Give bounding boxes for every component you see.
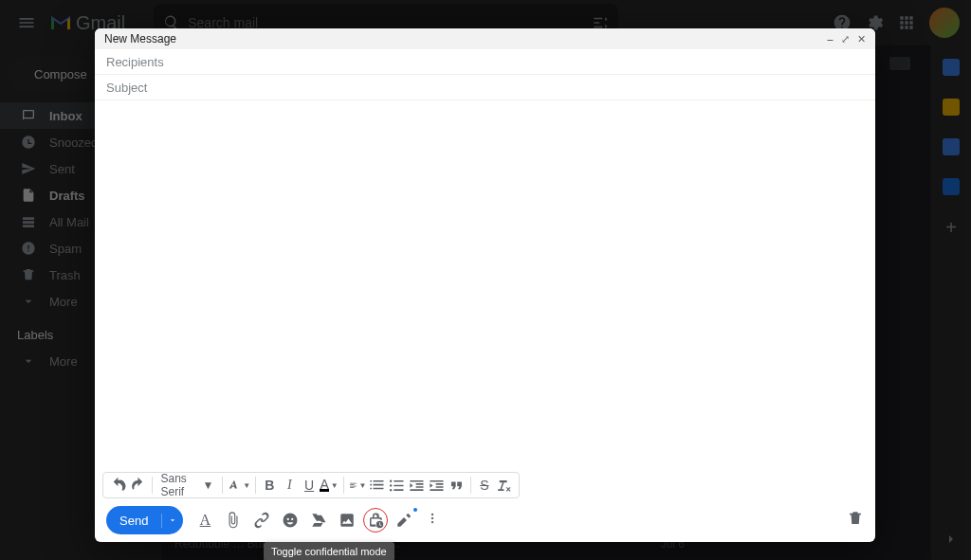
attach-files-button[interactable] bbox=[223, 510, 244, 531]
font-size-select[interactable]: ▼ bbox=[228, 474, 250, 497]
formatting-toolbar: Sans Serif▼ ▼ B I U A▼ ▼ S bbox=[102, 472, 520, 498]
insert-signature-button[interactable] bbox=[394, 510, 414, 531]
compose-titlebar[interactable]: New Message ‒ ⤢ ✕ bbox=[95, 28, 875, 49]
compose-body[interactable] bbox=[95, 100, 875, 472]
subject-field[interactable] bbox=[95, 75, 875, 100]
recipients-field[interactable] bbox=[95, 49, 875, 75]
insert-drive-button[interactable] bbox=[308, 510, 329, 531]
bulleted-list-button[interactable] bbox=[388, 474, 406, 497]
lock-clock-icon bbox=[367, 512, 384, 529]
insert-link-button[interactable] bbox=[251, 510, 272, 531]
text-color-button[interactable]: A▼ bbox=[320, 474, 338, 497]
minimize-button[interactable]: ‒ bbox=[827, 34, 834, 45]
underline-button[interactable]: U bbox=[301, 474, 319, 497]
svg-point-1 bbox=[390, 484, 392, 486]
insert-emoji-button[interactable] bbox=[280, 510, 301, 531]
compose-window: New Message ‒ ⤢ ✕ Sans Serif▼ ▼ B I U A▼… bbox=[95, 28, 875, 542]
discard-draft-button[interactable] bbox=[847, 510, 864, 531]
indent-more-button[interactable] bbox=[428, 474, 446, 497]
recipients-input[interactable] bbox=[106, 55, 864, 69]
strikethrough-button[interactable]: S bbox=[475, 474, 493, 497]
align-button[interactable]: ▼ bbox=[349, 474, 367, 497]
font-family-select[interactable]: Sans Serif▼ bbox=[156, 472, 217, 498]
popout-button[interactable]: ⤢ bbox=[841, 34, 850, 45]
italic-button[interactable]: I bbox=[281, 474, 299, 497]
pen-icon bbox=[395, 512, 412, 529]
formatting-options-toggle[interactable]: A bbox=[194, 510, 215, 531]
toggle-confidential-button[interactable] bbox=[365, 510, 386, 531]
quote-button[interactable] bbox=[448, 474, 466, 497]
compose-footer: Send A Toggle confidential mode bbox=[95, 504, 875, 542]
svg-point-0 bbox=[390, 479, 392, 481]
compose-title: New Message bbox=[104, 32, 176, 45]
send-options-dropdown[interactable] bbox=[162, 515, 183, 525]
insert-photo-button[interactable] bbox=[337, 510, 357, 531]
svg-point-4 bbox=[431, 517, 433, 519]
svg-point-3 bbox=[431, 514, 433, 515]
close-button[interactable]: ✕ bbox=[857, 34, 866, 45]
send-label: Send bbox=[106, 514, 162, 528]
send-button[interactable]: Send bbox=[106, 506, 183, 534]
undo-button[interactable] bbox=[109, 474, 127, 497]
numbered-list-button[interactable] bbox=[368, 474, 386, 497]
indent-less-button[interactable] bbox=[408, 474, 426, 497]
signature-indicator-dot bbox=[413, 508, 417, 512]
remove-formatting-button[interactable] bbox=[495, 474, 513, 497]
svg-point-5 bbox=[431, 521, 433, 523]
bold-button[interactable]: B bbox=[261, 474, 279, 497]
subject-input[interactable] bbox=[106, 81, 864, 95]
more-options-button[interactable] bbox=[422, 512, 443, 529]
svg-point-2 bbox=[390, 489, 392, 491]
redo-button[interactable] bbox=[129, 474, 147, 497]
confidential-tooltip: Toggle confidential mode bbox=[264, 542, 394, 560]
